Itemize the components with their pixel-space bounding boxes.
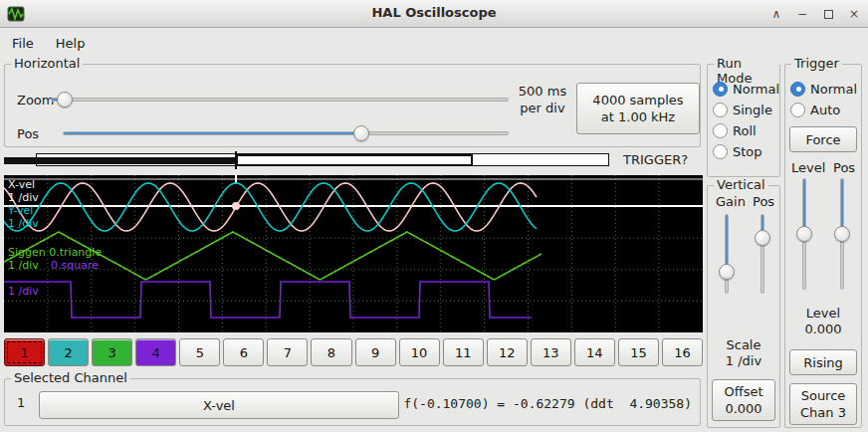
zoom-slider-track — [51, 98, 509, 102]
channel-button-9[interactable]: 9 — [355, 338, 396, 366]
trigger-group: Trigger NormalAuto Force Level Pos Level… — [784, 64, 862, 428]
trigger-pos-handle[interactable] — [834, 226, 850, 242]
channel-button-14[interactable]: 14 — [574, 338, 615, 366]
zoom-slider[interactable] — [51, 91, 509, 108]
horizontal-group-label: Horizontal — [11, 56, 83, 71]
run-mode-group: Run Mode NormalSingleRollStop — [707, 64, 780, 177]
trigger-position-tick — [235, 151, 237, 169]
radio-circle-icon — [713, 123, 728, 138]
triangle-trace — [4, 232, 542, 280]
vertical-pos-slider[interactable] — [754, 214, 771, 294]
window-title: HAL Oscilloscope — [0, 5, 868, 20]
trigger-level-slider[interactable] — [795, 178, 813, 290]
channel-button-3[interactable]: 3 — [92, 338, 132, 366]
samples-line1: 4000 samples — [592, 92, 683, 108]
channel-button-row: 12345678910111213141516 — [4, 338, 703, 366]
radio-label: Normal — [810, 82, 857, 97]
gain-label: Gain — [716, 194, 746, 209]
vertical-gain-slider[interactable] — [718, 214, 736, 294]
square-trace — [4, 282, 532, 318]
radio-roll[interactable]: Roll — [713, 121, 779, 139]
channel-button-5[interactable]: 5 — [179, 338, 220, 366]
vertical-pos-label: Pos — [753, 194, 774, 209]
channel-button-7[interactable]: 7 — [267, 338, 308, 366]
scale-readout: Scale 1 /div — [708, 337, 779, 369]
radio-circle-icon — [790, 82, 805, 97]
menu-file[interactable]: File — [2, 32, 44, 55]
trigger-level-label: Level — [791, 160, 825, 175]
pos-slider-track — [63, 131, 509, 135]
channel-button-12[interactable]: 12 — [487, 338, 528, 366]
trigger-group-label: Trigger — [791, 56, 842, 71]
shade-icon[interactable]: ∧ — [768, 6, 784, 22]
channel-button-4[interactable]: 4 — [135, 338, 176, 366]
radio-normal[interactable]: Normal — [713, 80, 779, 98]
radio-circle-icon — [790, 103, 805, 117]
channel-button-15[interactable]: 15 — [618, 338, 659, 366]
pos-slider-handle[interactable] — [353, 125, 369, 141]
radio-normal[interactable]: Normal — [790, 80, 857, 98]
vpos-slider-handle[interactable] — [755, 230, 770, 246]
menubar: File Help — [0, 29, 868, 57]
zoom-slider-handle[interactable] — [57, 92, 73, 108]
channel-button-6[interactable]: 6 — [223, 338, 264, 366]
force-button[interactable]: Force — [789, 126, 857, 152]
radio-single[interactable]: Single — [713, 101, 779, 118]
trigger-marker-dot — [232, 202, 240, 210]
samples-line2: at 1.00 kHz — [601, 108, 675, 125]
source-button[interactable]: Source Chan 3 — [789, 383, 857, 425]
radio-stop[interactable]: Stop — [713, 142, 779, 160]
menu-help[interactable]: Help — [46, 32, 96, 55]
scope-canvas — [4, 175, 703, 332]
record-filled-bar — [4, 157, 237, 164]
trigger-pos-slider[interactable] — [833, 178, 851, 290]
channel-button-11[interactable]: 11 — [443, 338, 484, 366]
channel-name-button[interactable]: X-vel — [39, 391, 399, 419]
source-label: Source — [801, 387, 846, 404]
run-mode-radios: NormalSingleRollStop — [713, 77, 779, 163]
zoom-label: Zoom — [17, 93, 54, 108]
offset-label: Offset — [724, 383, 762, 400]
offset-button[interactable]: Offset 0.000 — [712, 379, 775, 421]
radio-label: Roll — [733, 123, 757, 138]
pos-label: Pos — [17, 126, 39, 141]
radio-label: Single — [733, 103, 772, 117]
value-readout: f(-0.10700) = -0.62279 (ddt 4.90358) — [403, 396, 692, 411]
channel-button-2[interactable]: 2 — [48, 338, 89, 366]
trigger-status-label: TRIGGER? — [623, 152, 688, 167]
edge-button[interactable]: Rising — [789, 349, 857, 375]
record-view-bar[interactable]: TRIGGER? — [4, 151, 701, 169]
maximize-box — [824, 10, 833, 19]
radio-auto[interactable]: Auto — [790, 101, 857, 118]
samples-button[interactable]: 4000 samples at 1.00 kHz — [576, 83, 700, 134]
selected-channel-group: Selected Channel 1 X-vel f(-0.10700) = -… — [4, 378, 701, 426]
selected-channel-number: 1 — [17, 395, 25, 410]
channel-button-8[interactable]: 8 — [311, 338, 351, 366]
time-per-div: 500 ms per div — [513, 83, 572, 116]
offset-value: 0.000 — [725, 400, 761, 417]
source-value: Chan 3 — [800, 404, 846, 421]
radio-label: Stop — [733, 144, 762, 159]
vertical-group: Vertical Gain Pos Scale 1 /div Offset 0.… — [707, 185, 780, 428]
maximize-icon[interactable] — [820, 6, 836, 22]
trigger-level-readout: Level 0.000 — [785, 306, 861, 337]
radio-circle-icon — [713, 144, 728, 159]
app-window: HAL Oscilloscope ∧ − × File Help Horizon… — [0, 0, 868, 432]
channel-button-1[interactable]: 1 — [4, 338, 45, 366]
vertical-group-label: Vertical — [714, 177, 768, 192]
minimize-icon[interactable]: − — [794, 6, 810, 22]
radio-label: Auto — [810, 103, 840, 117]
trigger-mode-radios: NormalAuto — [790, 77, 857, 121]
close-icon[interactable]: × — [846, 6, 862, 22]
radio-circle-icon — [713, 103, 728, 117]
radio-label: Normal — [733, 82, 779, 97]
channel-button-13[interactable]: 13 — [531, 338, 571, 366]
channel-button-16[interactable]: 16 — [662, 338, 703, 366]
trigger-level-handle[interactable] — [796, 226, 812, 242]
gain-slider-handle[interactable] — [719, 264, 735, 280]
horizontal-pos-slider[interactable] — [63, 124, 509, 142]
channel-button-10[interactable]: 10 — [399, 338, 440, 366]
horizontal-group: Horizontal Zoom 500 ms per div 4000 samp… — [4, 64, 701, 147]
scope-display[interactable]: X-vel1 /divY-vel1 /divSiggen 0.triangle1… — [4, 175, 703, 332]
radio-circle-icon — [713, 82, 728, 97]
